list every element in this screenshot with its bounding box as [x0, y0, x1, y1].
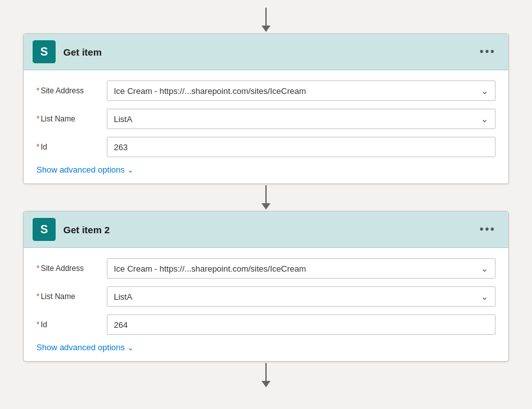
- card-2-id-row: *Id 264: [36, 314, 496, 335]
- card-1-icon: S: [33, 40, 56, 63]
- card-2-body: *Site Address Ice Cream - https://...sha…: [24, 248, 508, 361]
- card-1-list-name-row: *List Name ListA ⌄: [36, 109, 496, 129]
- card-1-site-address-value: Ice Cream - https://...sharepoint.com/si…: [114, 86, 477, 96]
- card-1-list-name-input[interactable]: ListA ⌄: [107, 109, 496, 129]
- card-2-menu-button[interactable]: •••: [476, 220, 499, 239]
- card-2-list-name-required: *: [36, 292, 40, 301]
- arrow-head-top: [262, 26, 270, 32]
- card-1-title: Get item: [63, 47, 476, 58]
- card-1-id-input[interactable]: 263: [107, 137, 496, 157]
- card-2-id-required: *: [36, 320, 40, 329]
- card-1-show-advanced-button[interactable]: Show advanced options ⌄: [36, 165, 496, 174]
- card-1-list-name-label: *List Name: [36, 114, 107, 123]
- card-1-site-address-input[interactable]: Ice Cream - https://...sharepoint.com/si…: [107, 81, 496, 101]
- top-arrow-connector: [262, 8, 270, 32]
- card-2-list-name-label: *List Name: [36, 292, 107, 301]
- card-1-id-required: *: [36, 143, 40, 151]
- flow-container: S Get item ••• *Site Address Ice Cream -…: [0, 6, 532, 389]
- card-get-item-1: S Get item ••• *Site Address Ice Cream -…: [23, 33, 509, 184]
- card-2-show-advanced-chevron: ⌄: [127, 343, 134, 352]
- card-2-icon-letter: S: [40, 223, 48, 236]
- card-1-id-label: *Id: [36, 143, 107, 151]
- arrow-line-top: [265, 8, 267, 26]
- card-2-icon: S: [33, 218, 56, 241]
- card-1-site-address-chevron: ⌄: [481, 86, 489, 96]
- card-2-id-label: *Id: [36, 320, 107, 329]
- card-2-list-name-value: ListA: [114, 292, 477, 302]
- card-1-list-name-required: *: [36, 114, 40, 123]
- arrow-head-bottom: [262, 381, 270, 387]
- arrow-head-mid: [262, 203, 270, 210]
- arrow-line-bottom: [265, 363, 267, 381]
- card-2-list-name-row: *List Name ListA ⌄: [36, 286, 496, 307]
- card-1-body: *Site Address Ice Cream - https://...sha…: [24, 70, 508, 183]
- card-1-list-name-chevron: ⌄: [481, 114, 489, 124]
- card-2-show-advanced-button[interactable]: Show advanced options ⌄: [36, 343, 496, 352]
- mid-arrow-connector: [262, 185, 270, 210]
- card-1-site-address-label: *Site Address: [36, 86, 107, 95]
- card-2-site-address-chevron: ⌄: [481, 263, 489, 274]
- card-1-header: S Get item •••: [24, 34, 508, 70]
- card-2-list-name-chevron: ⌄: [481, 291, 489, 302]
- card-1-list-name-value: ListA: [114, 114, 477, 124]
- bottom-arrow-connector: [262, 363, 270, 387]
- card-2-header: S Get item 2 •••: [24, 212, 508, 248]
- card-1-icon-letter: S: [40, 45, 48, 59]
- card-get-item-2: S Get item 2 ••• *Site Address Ice Cream…: [23, 211, 509, 362]
- card-2-site-address-row: *Site Address Ice Cream - https://...sha…: [36, 258, 496, 279]
- card-2-site-address-required: *: [36, 264, 40, 273]
- card-1-menu-button[interactable]: •••: [476, 43, 499, 61]
- card-2-list-name-input[interactable]: ListA ⌄: [107, 286, 496, 307]
- card-1-site-address-required: *: [36, 86, 40, 95]
- card-1-site-address-row: *Site Address Ice Cream - https://...sha…: [36, 81, 496, 101]
- card-1-id-row: *Id 263: [36, 137, 496, 157]
- card-1-show-advanced-label: Show advanced options: [36, 165, 125, 174]
- card-2-site-address-value: Ice Cream - https://...sharepoint.com/si…: [114, 264, 477, 274]
- card-2-id-value: 264: [114, 320, 489, 330]
- card-2-title: Get item 2: [63, 224, 476, 235]
- card-2-id-input[interactable]: 264: [107, 314, 496, 335]
- arrow-line-mid: [265, 185, 267, 203]
- card-2-site-address-label: *Site Address: [36, 264, 107, 273]
- card-1-show-advanced-chevron: ⌄: [127, 166, 134, 174]
- card-1-id-value: 263: [114, 143, 489, 152]
- card-2-site-address-input[interactable]: Ice Cream - https://...sharepoint.com/si…: [107, 258, 496, 279]
- card-2-show-advanced-label: Show advanced options: [36, 343, 125, 352]
